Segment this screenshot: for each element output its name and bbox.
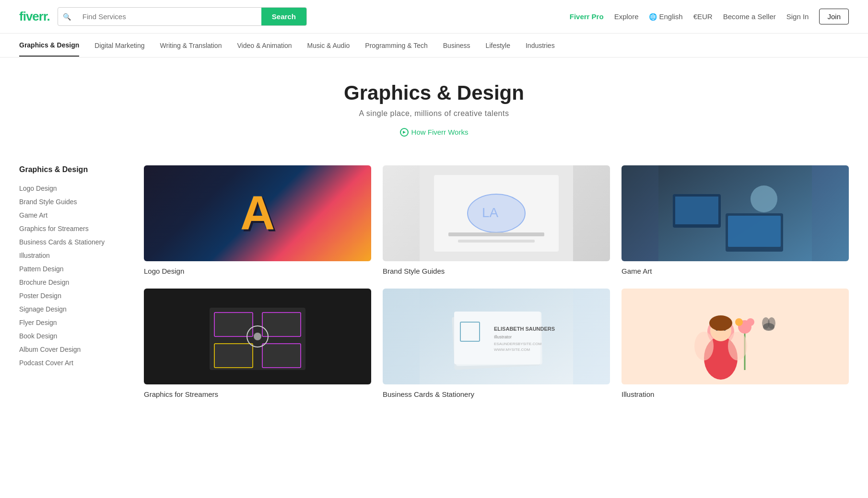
svg-point-38 xyxy=(768,317,775,329)
sidebar-title: Graphics & Design xyxy=(19,165,125,174)
grid-item-logo-design[interactable]: Logo Design xyxy=(144,165,371,275)
cat-digital-marketing[interactable]: Digital Marketing xyxy=(94,35,144,56)
svg-rect-5 xyxy=(458,240,535,243)
logo-text: fiverr xyxy=(19,9,47,23)
how-fiverr-works-link[interactable]: ▶ How Fiverr Works xyxy=(400,128,469,137)
search-input[interactable] xyxy=(76,8,261,25)
grid-label-graphics-for-streamers: Graphics for Streamers xyxy=(144,390,371,398)
svg-text:ESAUNDERSBYSITE.COM: ESAUNDERSBYSITE.COM xyxy=(494,342,541,346)
sidebar-item-illustration[interactable]: Illustration xyxy=(19,249,125,262)
sidebar-item-pattern-design[interactable]: Pattern Design xyxy=(19,262,125,276)
sidebar-item-graphics-for-streamers[interactable]: Graphics for Streamers xyxy=(19,222,125,235)
svg-rect-12 xyxy=(675,197,718,224)
grid-image-graphics-for-streamers xyxy=(144,289,371,384)
svg-point-45 xyxy=(709,315,732,331)
category-grid: Logo Design LA Brand Style Guides xyxy=(144,165,849,398)
grid-image-illustration xyxy=(622,289,849,384)
sidebar-item-podcast-cover-art[interactable]: Podcast Cover Art xyxy=(19,356,125,370)
grid-item-business-cards[interactable]: ELISABETH SAUNDERS Illustrator ESAUNDERS… xyxy=(383,289,610,398)
svg-text:ELISABETH SAUNDERS: ELISABETH SAUNDERS xyxy=(494,326,555,332)
grid-label-brand-style-guides: Brand Style Guides xyxy=(383,267,610,275)
sidebar-item-signage-design[interactable]: Signage Design xyxy=(19,302,125,316)
grid-image-game-art xyxy=(622,165,849,261)
nav-become-seller[interactable]: Become a Seller xyxy=(723,12,776,21)
search-bar: 🔍 Search xyxy=(58,7,307,26)
cat-programming-tech[interactable]: Programming & Tech xyxy=(365,35,427,56)
logo[interactable]: fiverr. xyxy=(19,9,50,24)
svg-point-35 xyxy=(747,318,754,326)
main-content: Graphics & Design Logo Design Brand Styl… xyxy=(0,151,868,413)
logo-dot: . xyxy=(47,9,50,23)
grid-image-logo-design xyxy=(144,165,371,261)
grid-label-business-cards: Business Cards & Stationery xyxy=(383,390,610,398)
sidebar-item-business-cards[interactable]: Business Cards & Stationery xyxy=(19,235,125,249)
grid-item-graphics-for-streamers[interactable]: Graphics for Streamers xyxy=(144,289,371,398)
svg-text:WWW.MYSITE.COM: WWW.MYSITE.COM xyxy=(494,347,530,352)
svg-text:LA: LA xyxy=(482,205,499,220)
hero-title: Graphics & Design xyxy=(19,81,849,104)
search-icon: 🔍 xyxy=(58,8,76,25)
grid-item-brand-style-guides[interactable]: LA Brand Style Guides xyxy=(383,165,610,275)
sidebar-item-flyer-design[interactable]: Flyer Design xyxy=(19,316,125,329)
svg-rect-4 xyxy=(448,232,544,236)
sidebar-item-book-design[interactable]: Book Design xyxy=(19,329,125,343)
grid-item-illustration[interactable]: Illustration xyxy=(622,289,849,398)
cat-graphics-design[interactable]: Graphics & Design xyxy=(19,35,79,57)
hero-subtitle: A single place, millions of creative tal… xyxy=(19,109,849,118)
cat-music-audio[interactable]: Music & Audio xyxy=(307,35,350,56)
header-nav: Fiverr Pro Explore 🌐 English €EUR Become… xyxy=(570,9,849,24)
sidebar-item-album-cover-design[interactable]: Album Cover Design xyxy=(19,343,125,356)
svg-rect-10 xyxy=(728,216,781,247)
svg-point-46 xyxy=(694,332,714,360)
nav-join-button[interactable]: Join xyxy=(819,9,849,24)
sidebar-item-brochure-design[interactable]: Brochure Design xyxy=(19,276,125,289)
nav-fiverr-pro[interactable]: Fiverr Pro xyxy=(570,12,604,21)
grid-item-game-art[interactable]: Game Art xyxy=(622,165,849,275)
sidebar: Graphics & Design Logo Design Brand Styl… xyxy=(19,165,125,398)
category-nav: Graphics & Design Digital Marketing Writ… xyxy=(0,34,868,58)
cat-industries[interactable]: Industries xyxy=(526,35,555,56)
header: fiverr. 🔍 Search Fiverr Pro Explore 🌐 En… xyxy=(0,0,868,34)
svg-point-47 xyxy=(728,332,747,360)
sidebar-item-logo-design[interactable]: Logo Design xyxy=(19,182,125,195)
search-button[interactable]: Search xyxy=(261,8,306,25)
grid-content: Logo Design LA Brand Style Guides xyxy=(144,165,849,398)
cat-writing-translation[interactable]: Writing & Translation xyxy=(160,35,222,56)
sidebar-item-poster-design[interactable]: Poster Design xyxy=(19,289,125,302)
hero-section: Graphics & Design A single place, millio… xyxy=(0,58,868,151)
globe-icon: 🌐 xyxy=(649,13,657,21)
nav-currency[interactable]: €EUR xyxy=(693,12,713,21)
cat-video-animation[interactable]: Video & Animation xyxy=(237,35,292,56)
grid-label-logo-design: Logo Design xyxy=(144,267,371,275)
svg-rect-18 xyxy=(262,344,301,368)
play-icon: ▶ xyxy=(400,128,409,137)
sidebar-item-brand-style-guides[interactable]: Brand Style Guides xyxy=(19,195,125,208)
svg-rect-17 xyxy=(214,344,253,368)
grid-label-game-art: Game Art xyxy=(622,267,849,275)
cat-lifestyle[interactable]: Lifestyle xyxy=(486,35,510,56)
cat-business[interactable]: Business xyxy=(443,35,470,56)
sidebar-item-game-art[interactable]: Game Art xyxy=(19,208,125,222)
svg-rect-15 xyxy=(214,313,253,336)
nav-explore[interactable]: Explore xyxy=(614,12,639,21)
grid-label-illustration: Illustration xyxy=(622,390,849,398)
nav-sign-in[interactable]: Sign In xyxy=(786,12,809,21)
nav-language[interactable]: 🌐 English xyxy=(649,12,682,21)
svg-point-20 xyxy=(254,333,261,340)
grid-image-business-cards: ELISABETH SAUNDERS Illustrator ESAUNDERS… xyxy=(383,289,610,384)
grid-image-brand-style-guides: LA xyxy=(383,165,610,261)
svg-point-8 xyxy=(751,185,777,212)
svg-point-34 xyxy=(735,318,743,326)
svg-text:Illustrator: Illustrator xyxy=(494,335,512,339)
svg-rect-16 xyxy=(262,313,301,336)
